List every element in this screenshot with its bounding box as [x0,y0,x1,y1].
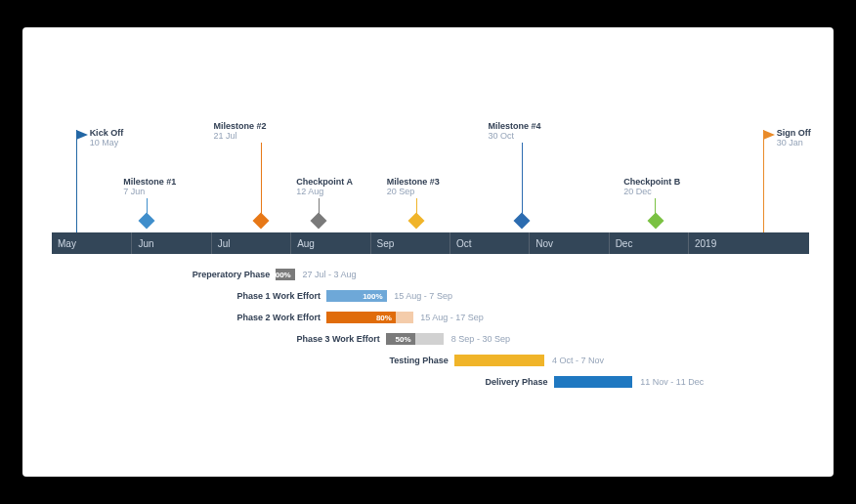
milestone-label: Milestone #320 Sep [387,177,440,197]
task-row: Testing Phase4 Oct - 7 Nov [52,353,804,374]
task-bar: 80% [326,312,413,323]
task-percent-label: 100% [267,269,294,280]
flag-name: Sign Off [777,128,811,138]
task-percent-label: 50% [392,333,415,345]
milestone-label: Checkpoint A12 Aug [296,177,353,197]
timeline-area: MayJunJulAugSepOctNovDec2019 Preperatory… [52,27,804,477]
milestone-date: 21 Jul [214,131,267,141]
task-row: Phase 2 Work Effort80%15 Aug - 17 Sep [52,310,804,331]
svg-marker-0 [76,130,88,140]
flag-icon [763,130,775,140]
milestone-name: Checkpoint B [623,177,680,187]
axis-tick: Aug [290,232,315,254]
milestone-diamond-icon [139,213,155,230]
milestone-date: 12 Aug [296,187,353,196]
milestone-name: Milestone #1 [123,177,176,187]
milestone-date: 20 Sep [387,187,440,196]
task-list: Preperatory Phase100%27 Jul - 3 AugPhase… [52,267,804,396]
milestone-name: Milestone #2 [214,121,267,131]
task-name: Testing Phase [389,356,448,365]
task-bar: 50% [386,333,444,345]
task-bar-fill [454,355,544,366]
flag-date: 10 May [90,138,124,147]
axis-tick: Oct [449,232,472,254]
task-name: Phase 1 Work Effort [237,291,321,301]
milestone-label: Milestone #430 Oct [489,121,541,142]
task-row: Phase 1 Work Effort100%15 Aug - 7 Sep [52,288,804,310]
task-row: Delivery Phase11 Nov - 11 Dec [52,374,804,396]
task-dates: 15 Aug - 17 Sep [420,313,484,322]
milestone-date: 20 Dec [623,187,680,196]
task-percent-label: 80% [372,312,396,323]
task-bar [554,376,633,388]
task-name: Delivery Phase [485,377,547,387]
axis-tick: May [52,232,76,254]
milestone-diamond-icon [647,213,663,230]
timeline-axis: MayJunJulAugSepOctNovDec2019 [52,232,809,254]
axis-tick: Jul [211,232,231,254]
task-dates: 27 Jul - 3 Aug [302,270,356,279]
task-bar: 100% [276,269,294,280]
milestone-diamond-icon [253,213,270,230]
task-bar [454,355,544,366]
axis-tick: 2019 [688,232,716,254]
task-name: Preperatory Phase [193,270,271,279]
milestone-name: Milestone #3 [387,177,440,187]
flag-name: Kick Off [90,128,124,138]
flag-date: 30 Jan [777,138,811,147]
task-bar: 100% [326,290,387,302]
milestone-name: Checkpoint A [296,177,353,187]
task-bar-fill [554,376,633,388]
task-percent-label: 100% [359,290,386,302]
milestone-label: Milestone #17 Jun [123,177,176,197]
milestone-diamond-icon [311,213,327,230]
task-row: Phase 3 Work Effort50%8 Sep - 30 Sep [52,331,804,353]
milestone-diamond-icon [408,213,425,230]
axis-tick: Nov [529,232,553,254]
timeline-canvas: MayJunJulAugSepOctNovDec2019 Preperatory… [22,27,834,477]
task-name: Phase 2 Work Effort [237,313,321,322]
milestone-date: 7 Jun [123,187,176,196]
milestone-date: 30 Oct [489,131,541,141]
milestone-name: Milestone #4 [489,121,541,131]
milestone-label: Checkpoint B20 Dec [623,177,680,197]
task-row: Preperatory Phase100%27 Jul - 3 Aug [52,267,804,288]
axis-tick: Dec [609,232,633,254]
axis-tick: Jun [131,232,153,254]
milestone-label: Milestone #221 Jul [214,121,267,142]
axis-tick: Sep [370,232,395,254]
flag-icon [76,130,88,140]
svg-marker-1 [763,130,775,140]
task-dates: 4 Oct - 7 Nov [552,356,604,365]
task-dates: 8 Sep - 30 Sep [451,334,510,344]
task-dates: 15 Aug - 7 Sep [394,291,452,301]
task-dates: 11 Nov - 11 Dec [640,377,704,387]
task-name: Phase 3 Work Effort [296,334,379,344]
milestone-diamond-icon [514,213,531,230]
